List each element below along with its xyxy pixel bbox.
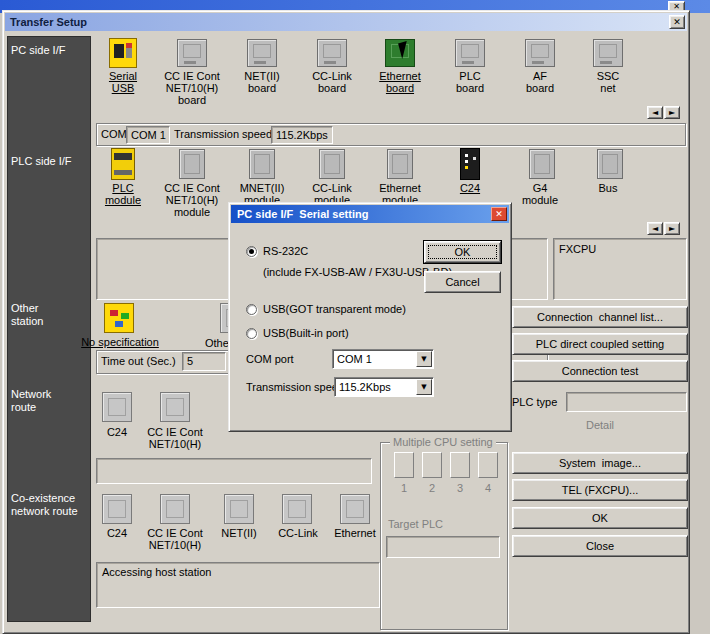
pc-plc-board-icon[interactable] bbox=[455, 39, 485, 67]
pc-icon-label-plc-board[interactable]: PLC board bbox=[450, 70, 490, 94]
pc-cc-link-board-icon[interactable] bbox=[317, 39, 347, 67]
network-label-c24[interactable]: C24 bbox=[97, 426, 137, 438]
com-port-combobox[interactable]: COM 1 ▼ bbox=[332, 349, 434, 369]
plc-g4-icon[interactable] bbox=[529, 149, 555, 179]
network-cc-ie-cont-icon[interactable] bbox=[160, 392, 190, 422]
ok-button[interactable]: OK bbox=[512, 507, 688, 529]
button-label: Cancel bbox=[445, 276, 479, 288]
dialog-ok-button[interactable]: OK bbox=[424, 241, 501, 263]
pc-icon-label-af-board[interactable]: AF board bbox=[520, 70, 560, 94]
sidebar-label-pc-side: PC side I/F bbox=[11, 44, 87, 57]
plc-direct-coupled-button[interactable]: PLC direct coupled setting bbox=[512, 333, 688, 355]
cpu-slot-number-2: 2 bbox=[422, 482, 442, 495]
close-button[interactable]: Close bbox=[512, 535, 688, 557]
dialog-title: PC side I/F Serial setting bbox=[237, 208, 368, 220]
speed-combobox[interactable]: 115.2Kbps ▼ bbox=[334, 377, 434, 397]
serial-setting-dialog bbox=[228, 202, 512, 432]
plc-ethernet-icon[interactable] bbox=[387, 149, 413, 179]
close-icon: ✕ bbox=[673, 17, 681, 27]
button-label: Connection channel list... bbox=[537, 311, 663, 323]
no-specification-icon[interactable] bbox=[104, 303, 134, 333]
plc-type-field bbox=[566, 392, 687, 412]
usb-builtin-radio[interactable] bbox=[246, 328, 257, 339]
transmission-speed-value-box: 115.2Kbps bbox=[271, 126, 333, 144]
plc-icon-label-c24[interactable]: C24 bbox=[450, 182, 490, 194]
usb-builtin-radio-label[interactable]: USB(Built-in port) bbox=[263, 327, 349, 340]
coex-label-c24[interactable]: C24 bbox=[97, 527, 137, 539]
pc-icon-label-cc-ie-cont[interactable]: CC IE Cont NET/10(H) board bbox=[159, 70, 225, 106]
tel-fxcpu-button[interactable]: TEL (FXCPU)... bbox=[512, 479, 688, 501]
cpu-type-value: FXCPU bbox=[559, 243, 596, 256]
plc-icon-label-g4[interactable]: G4 module bbox=[518, 182, 562, 206]
connection-test-button[interactable]: Connection test bbox=[512, 360, 688, 382]
plc-module-icon[interactable] bbox=[111, 148, 135, 180]
coex-label-cc-ie-cont[interactable]: CC IE Cont NET/10(H) bbox=[142, 527, 208, 551]
pc-icon-label-ethernet[interactable]: Ethernet board bbox=[367, 70, 433, 94]
cpu-slot-number-3: 3 bbox=[450, 482, 470, 495]
com-port-value: COM 1 bbox=[333, 350, 415, 368]
focus-rect bbox=[428, 245, 497, 259]
com-label: COM bbox=[101, 128, 127, 141]
cpu-slot-3 bbox=[450, 452, 470, 478]
pc-net2-board-icon[interactable] bbox=[247, 39, 277, 67]
plc-icon-label-plc-module[interactable]: PLC module bbox=[101, 182, 145, 206]
coex-cc-link-icon[interactable] bbox=[282, 494, 312, 524]
transmission-speed-label: Transmission speed bbox=[174, 128, 272, 141]
pc-scroll-left-button[interactable]: ◄ bbox=[647, 106, 663, 119]
coex-net2-icon[interactable] bbox=[224, 494, 254, 524]
pc-scroll-right-button[interactable]: ► bbox=[664, 106, 680, 119]
plc-mnet2-icon[interactable] bbox=[249, 149, 275, 179]
network-c24-icon[interactable] bbox=[102, 392, 132, 422]
plc-type-label: PLC type bbox=[512, 396, 557, 409]
rs232c-radio-label[interactable]: RS-232C bbox=[263, 245, 308, 258]
network-label-cc-ie-cont[interactable]: CC IE Cont NET/10(H) bbox=[142, 426, 208, 450]
button-label: OK bbox=[592, 512, 608, 524]
rs232c-radio[interactable] bbox=[246, 246, 257, 257]
plc-icon-label-bus[interactable]: Bus bbox=[593, 182, 623, 194]
chevron-down-icon[interactable]: ▼ bbox=[416, 351, 432, 367]
plc-scroll-right-button[interactable]: ► bbox=[664, 222, 680, 235]
coex-c24-icon[interactable] bbox=[102, 494, 132, 524]
sidebar-label-network-route: Network route bbox=[11, 388, 63, 414]
coex-label-ethernet[interactable]: Ethernet bbox=[330, 527, 380, 539]
plc-icon-label-cc-ie-cont[interactable]: CC IE Cont NET/10(H) module bbox=[159, 182, 225, 218]
button-label: System image... bbox=[559, 457, 641, 469]
dialog-speed-label: Transmission speed bbox=[246, 381, 344, 394]
plc-cc-link-icon[interactable] bbox=[319, 149, 345, 179]
dialog-cancel-button[interactable]: Cancel bbox=[424, 271, 501, 293]
pc-icon-label-ssc-net[interactable]: SSC net bbox=[593, 70, 623, 94]
connection-channel-list-button[interactable]: Connection channel list... bbox=[512, 306, 688, 328]
pc-af-board-icon[interactable] bbox=[525, 39, 555, 67]
plc-scroll-left-button[interactable]: ◄ bbox=[647, 222, 663, 235]
no-specification-label[interactable]: No specification bbox=[80, 336, 160, 348]
system-image-button[interactable]: System image... bbox=[512, 452, 688, 474]
pc-icon-label-net2[interactable]: NET(II) board bbox=[237, 70, 287, 94]
coex-label-cc-link[interactable]: CC-Link bbox=[271, 527, 325, 539]
usb-got-radio-label[interactable]: USB(GOT transparent mode) bbox=[263, 303, 406, 316]
usb-got-radio[interactable] bbox=[246, 304, 257, 315]
sidebar bbox=[7, 36, 91, 622]
window-close-button[interactable]: ✕ bbox=[669, 15, 685, 29]
pc-cc-ie-cont-board-icon[interactable] bbox=[177, 39, 207, 67]
speed-value: 115.2Kbps bbox=[335, 378, 415, 396]
dialog-close-button[interactable]: ✕ bbox=[491, 207, 507, 221]
arrow-left-icon: ◄ bbox=[652, 109, 658, 117]
pc-icon-label-cc-link[interactable]: CC-Link board bbox=[299, 70, 365, 94]
plc-bus-icon[interactable] bbox=[597, 149, 623, 179]
sidebar-label-other-station: Other station bbox=[11, 302, 55, 328]
pc-serial-usb-icon[interactable] bbox=[109, 38, 137, 68]
pc-icon-label-serial-usb[interactable]: Serial USB bbox=[103, 70, 143, 94]
arrow-right-icon: ► bbox=[669, 109, 675, 117]
plc-c24-icon[interactable] bbox=[460, 148, 480, 180]
window-titlebar[interactable]: Transfer Setup bbox=[5, 13, 687, 31]
dialog-titlebar[interactable]: PC side I/F Serial setting bbox=[231, 205, 509, 223]
coex-ethernet-icon[interactable] bbox=[340, 494, 370, 524]
chevron-down-icon[interactable]: ▼ bbox=[416, 379, 432, 395]
cpu-slot-1 bbox=[394, 452, 414, 478]
close-icon: ✕ bbox=[495, 209, 503, 219]
cpu-slot-number-1: 1 bbox=[394, 482, 414, 495]
plc-cc-ie-cont-icon[interactable] bbox=[179, 149, 205, 179]
pc-ssc-net-icon[interactable] bbox=[593, 39, 623, 67]
coex-cc-ie-cont-icon[interactable] bbox=[160, 494, 190, 524]
coex-label-net2[interactable]: NET(II) bbox=[215, 527, 263, 539]
